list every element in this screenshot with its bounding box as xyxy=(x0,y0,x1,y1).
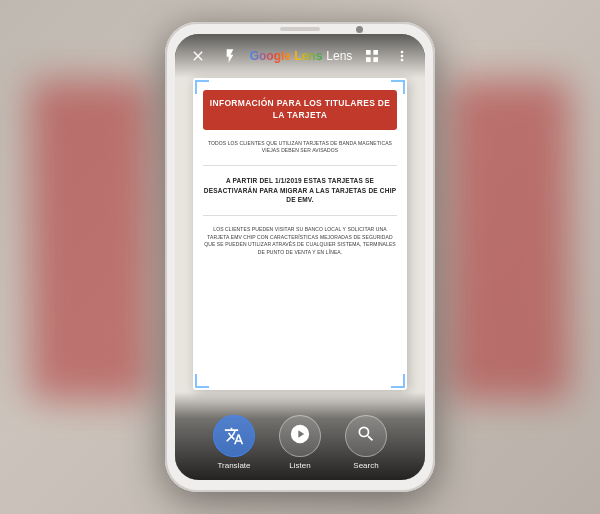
translate-label: Translate xyxy=(217,461,250,470)
listen-button[interactable]: Listen xyxy=(279,415,321,470)
listen-icon xyxy=(290,424,310,448)
phone-camera xyxy=(356,26,363,33)
document: INFORMACIÓN PARA LOS TITULARES DE LA TAR… xyxy=(193,78,407,390)
google-wordmark: Google Lens xyxy=(250,49,323,63)
bg-blur-left xyxy=(30,80,150,400)
close-icon[interactable] xyxy=(187,45,209,67)
doc-divider-1 xyxy=(203,165,397,166)
doc-text-2: A PARTIR DEL 1/1/2019 ESTAS TARJETAS SE … xyxy=(203,176,397,205)
translate-icon xyxy=(223,425,245,447)
doc-section-3: LOS CLIENTES PUEDEN VISITAR SU BANCO LOC… xyxy=(203,226,397,256)
translate-icon-circle xyxy=(213,415,255,457)
phone-speaker xyxy=(280,27,320,31)
listen-icon-circle xyxy=(279,415,321,457)
search-label: Search xyxy=(353,461,378,470)
top-bar-left xyxy=(187,45,241,67)
flash-icon[interactable] xyxy=(219,45,241,67)
phone: Google Lens Lens INFO xyxy=(165,22,435,492)
grid-icon[interactable] xyxy=(361,45,383,67)
doc-section-1: TODOS LOS CLIENTES QUE UTILIZAN TARJETAS… xyxy=(203,140,397,155)
lens-wordmark: Lens xyxy=(326,49,352,63)
phone-screen: Google Lens Lens INFO xyxy=(175,34,425,480)
top-bar-right xyxy=(361,45,413,67)
search-icon-circle xyxy=(345,415,387,457)
search-button[interactable]: Search xyxy=(345,415,387,470)
listen-label: Listen xyxy=(289,461,310,470)
more-icon[interactable] xyxy=(391,45,413,67)
bg-blur-right xyxy=(450,80,570,400)
google-lens-logo: Google Lens Lens xyxy=(250,49,353,63)
document-body: TODOS LOS CLIENTES QUE UTILIZAN TARJETAS… xyxy=(203,140,397,378)
document-header-text: INFORMACIÓN PARA LOS TITULARES DE LA TAR… xyxy=(209,98,391,122)
doc-section-2: A PARTIR DEL 1/1/2019 ESTAS TARJETAS SE … xyxy=(203,176,397,205)
translate-button[interactable]: Translate xyxy=(213,415,255,470)
search-icon xyxy=(356,424,376,448)
bottom-bar: Translate Listen xyxy=(175,392,425,480)
scene: Google Lens Lens INFO xyxy=(0,0,600,514)
doc-divider-2 xyxy=(203,215,397,216)
viewfinder: Google Lens Lens INFO xyxy=(175,34,425,480)
doc-text-3: LOS CLIENTES PUEDEN VISITAR SU BANCO LOC… xyxy=(203,226,397,256)
top-bar: Google Lens Lens xyxy=(175,34,425,78)
document-header: INFORMACIÓN PARA LOS TITULARES DE LA TAR… xyxy=(203,90,397,130)
doc-text-1: TODOS LOS CLIENTES QUE UTILIZAN TARJETAS… xyxy=(203,140,397,155)
